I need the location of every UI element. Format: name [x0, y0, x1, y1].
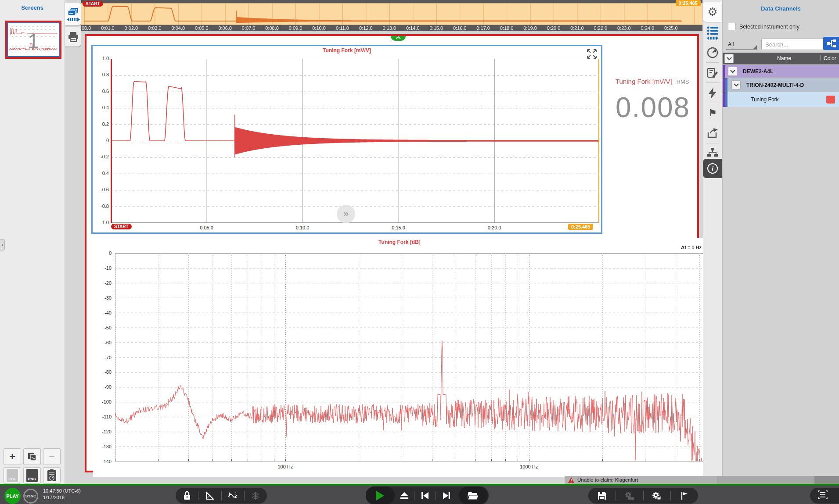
- open-file-button[interactable]: [459, 486, 488, 504]
- x-tick-label: 1000 Hz: [520, 464, 538, 469]
- selected-instrument-filter[interactable]: Selected instrument only: [728, 23, 799, 30]
- overview-start-cursor-badge[interactable]: START: [83, 1, 103, 7]
- collapse-board-button[interactable]: [731, 80, 741, 89]
- time-tick-label: 0:09.0: [289, 25, 302, 31]
- skip-forward-button[interactable]: »: [337, 205, 355, 223]
- tab-events[interactable]: ⚑: [703, 104, 722, 122]
- time-tick-label: 0:10.0: [312, 25, 326, 31]
- skip-to-end-button[interactable]: [436, 489, 457, 502]
- time-tick-label: 0:21.0: [570, 25, 584, 31]
- channel-color-swatch[interactable]: [826, 96, 835, 104]
- tab-info[interactable]: i: [703, 159, 722, 178]
- channel-search-input[interactable]: [761, 39, 831, 50]
- screen-thumbnail-1[interactable]: 1: [5, 21, 61, 59]
- channel-type-filter-dropdown[interactable]: All: [726, 39, 757, 50]
- channel-row-trion-board[interactable]: TRION-2402-MULTI-4-D: [723, 78, 839, 92]
- save-button[interactable]: [594, 489, 609, 502]
- spectrum-plot-canvas[interactable]: [115, 253, 703, 461]
- screen-report-button[interactable]: [43, 467, 61, 484]
- recorder-start-badge[interactable]: START: [111, 224, 132, 229]
- duplicate-screen-button[interactable]: [23, 448, 41, 465]
- x-tick-label: 0:20.0: [488, 225, 501, 230]
- cursor-tool-button[interactable]: [225, 489, 240, 502]
- screen-step-arrows-icon: [67, 18, 80, 21]
- time-tick-label: 0:13.0: [383, 25, 396, 31]
- tab-system-settings[interactable]: ⚙: [703, 2, 722, 22]
- skip-to-start-button[interactable]: [414, 489, 436, 502]
- tab-power[interactable]: [703, 84, 722, 102]
- time-tick-label: 0:23.0: [617, 25, 631, 31]
- recorder-instrument[interactable]: Tuning Fork [mV/V] 1.00.80.60.40.20-0.2-…: [91, 45, 602, 234]
- channel-row-tuning-fork[interactable]: Tuning Fork: [723, 92, 839, 107]
- export-png-button[interactable]: PNG: [23, 467, 41, 484]
- panel-expander[interactable]: ›: [0, 239, 5, 250]
- tab-network[interactable]: [703, 145, 722, 160]
- clipboard-gauge-icon: [46, 469, 58, 482]
- play-button[interactable]: [366, 486, 395, 504]
- overview-waveform-band[interactable]: [81, 3, 702, 25]
- tab-data-channels[interactable]: [703, 23, 722, 43]
- tab-measurement[interactable]: [703, 44, 722, 61]
- freeze-button[interactable]: [248, 489, 263, 502]
- eject-button[interactable]: [395, 489, 414, 502]
- y-tick-label: -40: [97, 310, 112, 315]
- recorded-files-button[interactable]: [622, 489, 637, 502]
- app-window: Screens 1 + − PDF PNG: [0, 0, 839, 504]
- skip-start-icon: [421, 492, 429, 499]
- time-tick-label: 0:15.0: [429, 25, 443, 31]
- time-tick-label: 0:14.0: [406, 25, 420, 31]
- selected-instrument-checkbox[interactable]: [728, 23, 735, 30]
- clock-date: 1/17/2018: [43, 494, 81, 501]
- time-tick-label: 0:04.0: [172, 25, 185, 31]
- x-tick-label: 0:05.0: [200, 225, 213, 230]
- collapse-all-button[interactable]: [724, 54, 734, 63]
- y-tick-label: -70: [97, 355, 112, 360]
- spectrum-instrument[interactable]: Tuning Fork [dB] Δf = 1 Hz 0-10-20-30-40…: [93, 238, 706, 477]
- right-panel-footer-handle[interactable]: [814, 476, 839, 484]
- export-pdf-button[interactable]: PDF: [4, 467, 21, 484]
- add-screen-button[interactable]: +: [4, 448, 21, 465]
- channel-row-dewe2-a4l[interactable]: DEWE2-A4L: [723, 65, 839, 78]
- sync-state-badge[interactable]: SYNC: [23, 489, 38, 504]
- time-tick-label: 0:18.0: [500, 25, 514, 31]
- expand-arrows-icon: [586, 48, 598, 60]
- acquisition-state-badge[interactable]: PLAY: [4, 488, 21, 504]
- storing-settings-button[interactable]: [649, 489, 664, 502]
- screens-stack-icon: [68, 7, 79, 17]
- board-name: TRION-2402-MULTI-4-D: [746, 82, 804, 88]
- screen-thumbnail-preview: 1: [7, 22, 60, 57]
- marker-flag-icon: [681, 491, 688, 500]
- tab-reporting[interactable]: [703, 64, 722, 82]
- recorder-end-badge[interactable]: 0:25.465: [568, 224, 593, 230]
- tab-screens[interactable]: [65, 3, 81, 25]
- y-tick-label: -0.6: [94, 187, 109, 192]
- recorder-title: Tuning Fork [mV/V]: [93, 47, 601, 54]
- screen-controls-toggle[interactable]: [391, 36, 406, 41]
- overview-end-cursor-badge[interactable]: 0:25.465: [676, 0, 701, 6]
- share-export-icon: [707, 128, 718, 139]
- pdf-icon: PDF: [7, 469, 18, 482]
- channel-step-arrows-icon: [706, 36, 719, 40]
- tab-export[interactable]: [703, 125, 722, 142]
- status-bar: PLAY SYNC 10:47:50 (UTC-6) 1/17/2018: [0, 484, 839, 504]
- collapse-instrument-button[interactable]: [728, 67, 737, 76]
- remove-screen-button[interactable]: −: [43, 448, 61, 465]
- lock-button[interactable]: [180, 489, 194, 502]
- warning-notification[interactable]: Unable to claim: Klagenfurt: [565, 476, 717, 484]
- fullscreen-button[interactable]: [586, 48, 598, 60]
- time-tick-label: 0:16.0: [453, 25, 467, 31]
- screen-layout-button[interactable]: [818, 490, 828, 501]
- y-tick-label: 0.4: [94, 105, 109, 110]
- channel-view-mode-button[interactable]: [823, 37, 839, 50]
- network-tree-icon: [707, 147, 718, 157]
- digital-meter: Tuning Fork [mV/V]RMS 0.008: [616, 78, 708, 124]
- column-name: Name: [767, 55, 802, 61]
- time-tick-label: 0:06.0: [218, 25, 232, 31]
- clock-display: 10:47:50 (UTC-6) 1/17/2018: [43, 488, 81, 501]
- add-marker-button[interactable]: [677, 489, 692, 502]
- column-color: Color: [824, 55, 836, 61]
- recorder-plot-canvas[interactable]: [111, 59, 599, 223]
- play-icon: [376, 491, 384, 500]
- measure-tool-button[interactable]: [202, 489, 217, 502]
- y-tick-label: -130: [97, 444, 112, 449]
